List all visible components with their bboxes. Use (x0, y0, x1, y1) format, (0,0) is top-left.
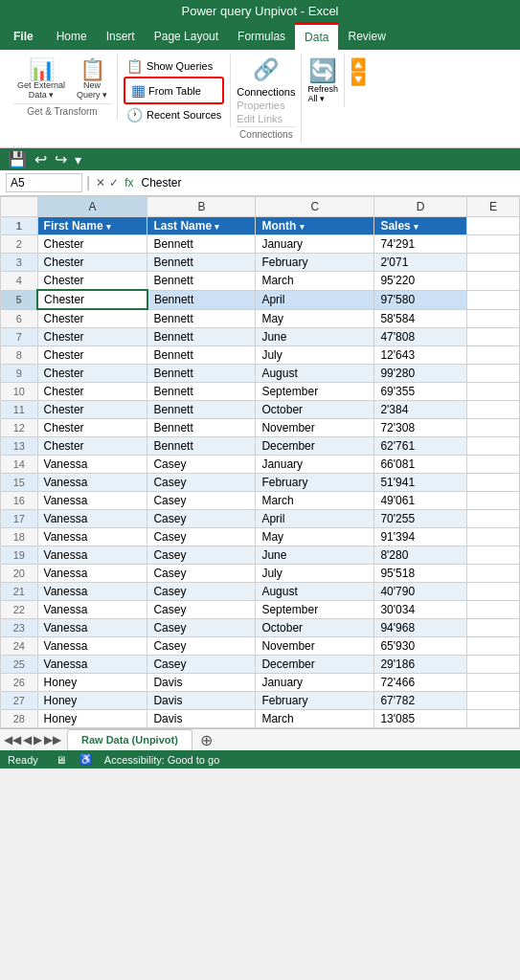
name-box[interactable] (6, 173, 82, 192)
col-header-e[interactable]: E (466, 197, 519, 217)
cell-lastname[interactable]: Casey (147, 492, 256, 510)
table-row[interactable]: 21VanessaCaseyAugust40'790 (1, 583, 520, 601)
cell-month[interactable]: March (256, 710, 374, 728)
cell-firstname[interactable]: Chester (37, 290, 147, 309)
col-header-a[interactable]: A (37, 197, 147, 217)
refresh-all-button[interactable]: 🔄 RefreshAll ▾ (307, 57, 338, 103)
header-month[interactable]: Month ▾ (256, 217, 374, 235)
save-icon[interactable]: 💾 (8, 150, 27, 168)
sheet-next-icon[interactable]: ▶ (34, 733, 42, 746)
show-queries-button[interactable]: 📋 Show Queries (124, 57, 224, 75)
menu-item-page-layout[interactable]: Page Layout (145, 24, 228, 49)
cell-month[interactable]: February (256, 474, 374, 492)
cell-month[interactable]: August (256, 365, 374, 383)
cell-sales[interactable]: 66'081 (374, 456, 466, 474)
header-firstname[interactable]: First Name ▾ (37, 217, 147, 235)
cell-firstname[interactable]: Vanessa (37, 546, 147, 565)
cell-month[interactable]: January (256, 674, 374, 692)
table-row[interactable]: 4ChesterBennettMarch95'220 (1, 272, 520, 291)
table-row[interactable]: 8ChesterBennettJuly12'643 (1, 346, 520, 365)
cell-sales[interactable]: 72'466 (374, 674, 466, 692)
cell-firstname[interactable]: Chester (37, 254, 147, 272)
add-sheet-button[interactable]: ⊕ (194, 731, 218, 749)
cell-firstname[interactable]: Chester (37, 401, 147, 419)
table-row[interactable]: 19VanessaCaseyJune8'280 (1, 546, 520, 565)
sort-az-button[interactable]: 🔼 (350, 57, 366, 72)
cell-sales[interactable]: 95'220 (374, 272, 466, 291)
cell-lastname[interactable]: Bennett (147, 437, 256, 456)
cell-firstname[interactable]: Chester (37, 383, 147, 401)
cell-month[interactable]: May (256, 309, 374, 328)
cell-lastname[interactable]: Casey (147, 510, 256, 528)
cell-month[interactable]: January (256, 235, 374, 254)
cell-month[interactable]: July (256, 346, 374, 365)
cell-month[interactable]: December (256, 437, 374, 456)
cell-lastname[interactable]: Bennett (147, 290, 256, 309)
table-row[interactable]: 22VanessaCaseySeptember30'034 (1, 601, 520, 619)
cell-month[interactable]: July (256, 565, 374, 583)
cell-month[interactable]: August (256, 583, 374, 601)
cell-sales[interactable]: 70'255 (374, 510, 466, 528)
function-icon[interactable]: fx (124, 176, 133, 189)
table-row[interactable]: 17VanessaCaseyApril70'255 (1, 510, 520, 528)
cell-lastname[interactable]: Casey (147, 656, 256, 674)
cell-sales[interactable]: 65'930 (374, 637, 466, 656)
sort-za-button[interactable]: 🔽 (350, 72, 366, 86)
confirm-formula-icon[interactable]: ✓ (109, 176, 119, 189)
formula-input[interactable] (138, 174, 515, 191)
table-row[interactable]: 27HoneyDavisFebruary67'782 (1, 692, 520, 710)
cell-sales[interactable]: 51'941 (374, 474, 466, 492)
new-query-button[interactable]: 📋 NewQuery ▾ (73, 57, 111, 101)
cell-month[interactable]: February (256, 692, 374, 710)
col-header-b[interactable]: B (147, 197, 256, 217)
cell-lastname[interactable]: Casey (147, 637, 256, 656)
cell-lastname[interactable]: Davis (147, 710, 256, 728)
cell-month[interactable]: November (256, 419, 374, 437)
cell-lastname[interactable]: Casey (147, 474, 256, 492)
table-row[interactable]: 14VanessaCaseyJanuary66'081 (1, 456, 520, 474)
cell-month[interactable]: January (256, 456, 374, 474)
header-lastname[interactable]: Last Name ▾ (147, 217, 256, 235)
cell-month[interactable]: February (256, 254, 374, 272)
cell-sales[interactable]: 91'394 (374, 528, 466, 546)
menu-item-data[interactable]: Data (295, 22, 338, 50)
table-row[interactable]: 10ChesterBennettSeptember69'355 (1, 383, 520, 401)
cell-sales[interactable]: 58'584 (374, 309, 466, 328)
cell-lastname[interactable]: Bennett (147, 383, 256, 401)
cell-sales[interactable]: 69'355 (374, 383, 466, 401)
cell-sales[interactable]: 30'034 (374, 601, 466, 619)
cell-month[interactable]: September (256, 383, 374, 401)
cell-sales[interactable]: 67'782 (374, 692, 466, 710)
cell-lastname[interactable]: Casey (147, 619, 256, 637)
sheet-first-icon[interactable]: ◀◀ (4, 733, 21, 746)
cell-sales[interactable]: 94'968 (374, 619, 466, 637)
cell-lastname[interactable]: Bennett (147, 419, 256, 437)
cell-lastname[interactable]: Casey (147, 456, 256, 474)
table-row[interactable]: 15VanessaCaseyFebruary51'941 (1, 474, 520, 492)
table-row[interactable]: 25VanessaCaseyDecember29'186 (1, 656, 520, 674)
table-row[interactable]: 18VanessaCaseyMay91'394 (1, 528, 520, 546)
cell-sales[interactable]: 2'384 (374, 401, 466, 419)
cell-lastname[interactable]: Bennett (147, 365, 256, 383)
cell-sales[interactable]: 40'790 (374, 583, 466, 601)
cell-lastname[interactable]: Bennett (147, 272, 256, 291)
cell-firstname[interactable]: Chester (37, 437, 147, 456)
cell-month[interactable]: March (256, 492, 374, 510)
cell-lastname[interactable]: Casey (147, 565, 256, 583)
table-row[interactable]: 3ChesterBennettFebruary2'071 (1, 254, 520, 272)
cell-month[interactable]: October (256, 401, 374, 419)
cell-lastname[interactable]: Bennett (147, 328, 256, 346)
cell-lastname[interactable]: Davis (147, 692, 256, 710)
cell-firstname[interactable]: Chester (37, 272, 147, 291)
cell-firstname[interactable]: Chester (37, 419, 147, 437)
cell-sales[interactable]: 72'308 (374, 419, 466, 437)
cell-firstname[interactable]: Vanessa (37, 456, 147, 474)
recent-sources-button[interactable]: 🕐 Recent Sources (124, 106, 224, 123)
cell-sales[interactable]: 12'643 (374, 346, 466, 365)
menu-item-file[interactable]: File (0, 24, 47, 49)
table-row[interactable]: 24VanessaCaseyNovember65'930 (1, 637, 520, 656)
cell-month[interactable]: April (256, 290, 374, 309)
cell-sales[interactable]: 47'808 (374, 328, 466, 346)
cell-month[interactable]: May (256, 528, 374, 546)
sheet-prev-icon[interactable]: ◀ (23, 733, 32, 746)
